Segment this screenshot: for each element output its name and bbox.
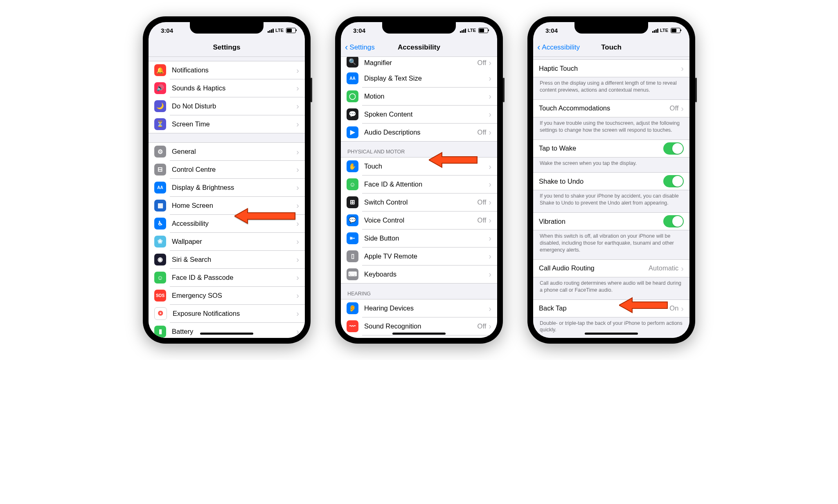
row-label: Motion [364,92,489,100]
row-label: Emergency SOS [172,292,296,299]
home-indicator[interactable] [392,333,446,335]
chevron-left-icon: ‹ [345,43,348,52]
settings-row-siri-search[interactable]: ◉Siri & Search› [149,250,305,268]
settings-row-face-id-attention[interactable]: ☺︎Face ID & Attention› [341,175,497,193]
row-label: Face ID & Passcode [172,274,296,281]
settings-row-vibration[interactable]: Vibration [533,212,689,230]
back-label: Accessibility [542,43,580,52]
chevron-right-icon: › [489,216,491,224]
chevron-right-icon: › [296,255,299,263]
row-label: Home Screen [172,202,296,209]
settings-row-home-screen[interactable]: ▦Home Screen› [149,196,305,214]
settings-row-exposure-notifications[interactable]: ❂Exposure Notifications› [149,304,305,322]
row-label: Back Tap [539,304,669,312]
settings-row-face-id-passcode[interactable]: ☺︎Face ID & Passcode› [149,268,305,286]
settings-row-control-centre[interactable]: ⊟Control Centre› [149,160,305,178]
settings-row-switch-control[interactable]: ⊞Switch ControlOff› [341,193,497,211]
row-value: Off [478,322,487,330]
settings-row-display-brightness[interactable]: AADisplay & Brightness› [149,178,305,196]
chevron-right-icon: › [489,304,491,313]
status-right: LTE [460,28,488,33]
toggle[interactable] [663,142,684,155]
row-label: Keyboards [364,270,489,278]
chevron-right-icon: › [489,252,491,260]
settings-row-hearing-devices[interactable]: 👂Hearing Devices› [341,299,497,317]
chevron-right-icon: › [296,84,299,92]
chevron-right-icon: › [489,110,491,118]
settings-row-voice-control[interactable]: 💬Voice ControlOff› [341,211,497,229]
row-label: Voice Control [364,216,478,224]
settings-row-touch-accommodations[interactable]: Touch AccommodationsOff› [533,99,689,117]
chevron-right-icon: › [296,327,299,335]
toggle[interactable] [663,215,684,227]
row-label: Magnifier [364,59,478,67]
row-icon: ⏳ [154,118,166,130]
toggle[interactable] [663,175,684,187]
nav-bar: Settings [149,38,305,57]
row-icon: ▶ [347,126,358,138]
section-header: HEARING [341,283,497,299]
content[interactable]: 🔔Notifications›🔊Sounds & Haptics›🌙Do Not… [149,57,305,338]
chevron-right-icon: › [489,59,491,67]
row-value: Automatic [649,264,678,272]
settings-row-general[interactable]: ⚙︎General› [149,142,305,160]
phone-touch: 3:04 LTE ‹ Accessibility Touch Haptic To… [527,16,695,344]
settings-row-notifications[interactable]: 🔔Notifications› [149,61,305,79]
chevron-right-icon: › [489,162,491,171]
status-time: 3:04 [545,27,558,34]
settings-row-tap-to-wake[interactable]: Tap to Wake [533,140,689,158]
content[interactable]: 🔍MagnifierOff›AADisplay & Text Size›◯Mot… [341,57,497,338]
page-title: Accessibility [398,43,440,52]
battery-icon [478,28,488,33]
chevron-right-icon: › [296,165,299,173]
settings-row-screen-time[interactable]: ⏳Screen Time› [149,115,305,133]
settings-row-emergency-sos[interactable]: SOSEmergency SOS› [149,286,305,304]
settings-row-accessibility[interactable]: ♿︎Accessibility› [149,214,305,232]
row-value: Off [478,198,487,206]
settings-row-keyboards[interactable]: ⌨︎Keyboards› [341,265,497,283]
settings-row-audio-descriptions[interactable]: ▶Audio DescriptionsOff› [341,123,497,141]
section-footer: Double- or triple-tap the back of your i… [533,317,689,338]
settings-row-side-button[interactable]: ⇤Side Button› [341,229,497,247]
settings-row-haptic-touch[interactable]: Haptic Touch› [533,59,689,77]
settings-row-magnifier[interactable]: 🔍MagnifierOff› [341,57,497,69]
section-footer: If you tend to shake your iPhone by acci… [533,190,689,212]
row-icon: ◉ [154,254,166,266]
settings-row-sounds-haptics[interactable]: 🔊Sounds & Haptics› [149,79,305,97]
settings-row-battery[interactable]: ▮Battery› [149,322,305,338]
settings-row-touch[interactable]: ✋Touch› [341,157,497,175]
home-indicator[interactable] [200,333,253,335]
settings-row-motion[interactable]: ◯Motion› [341,87,497,105]
signal-icon [652,28,658,33]
row-icon: ⊞ [347,196,358,208]
row-icon: ❂ [154,307,167,320]
back-button[interactable]: ‹ Settings [345,38,375,56]
settings-row-spoken-content[interactable]: 💬Spoken Content› [341,105,497,123]
chevron-right-icon: › [681,264,684,272]
row-icon: AA [347,72,358,84]
row-icon: ▦ [154,200,166,212]
settings-row-call-audio-routing[interactable]: Call Audio RoutingAutomatic› [533,259,689,277]
back-button[interactable]: ‹ Accessibility [537,38,580,56]
row-label: Vibration [539,218,663,225]
settings-row-shake-to-undo[interactable]: Shake to Undo [533,172,689,190]
chevron-right-icon: › [296,219,299,227]
notch [382,22,456,34]
status-right: LTE [268,28,296,33]
settings-row-back-tap[interactable]: Back TapOn› [533,299,689,317]
content[interactable]: Haptic Touch›Press on the display using … [533,57,689,338]
settings-row-audio-visual[interactable]: 🔊Audio/Visual› [341,335,497,338]
row-icon: ⊟ [154,164,166,176]
row-label: Siri & Search [172,256,296,263]
settings-row-apple-tv-remote[interactable]: ▯Apple TV Remote› [341,247,497,265]
settings-row-display-text-size[interactable]: AADisplay & Text Size› [341,69,497,87]
status-time: 3:04 [161,27,173,34]
row-label: Call Audio Routing [539,264,649,272]
settings-row-wallpaper[interactable]: ❀Wallpaper› [149,232,305,250]
row-label: Audio Descriptions [364,128,478,136]
row-label: Shake to Undo [539,178,663,185]
settings-row-do-not-disturb[interactable]: 🌙Do Not Disturb› [149,97,305,115]
phone-settings: 3:04 LTE Settings 🔔Notifications›🔊Sounds… [143,16,311,344]
home-indicator[interactable] [585,333,638,335]
chevron-right-icon: › [296,66,299,74]
